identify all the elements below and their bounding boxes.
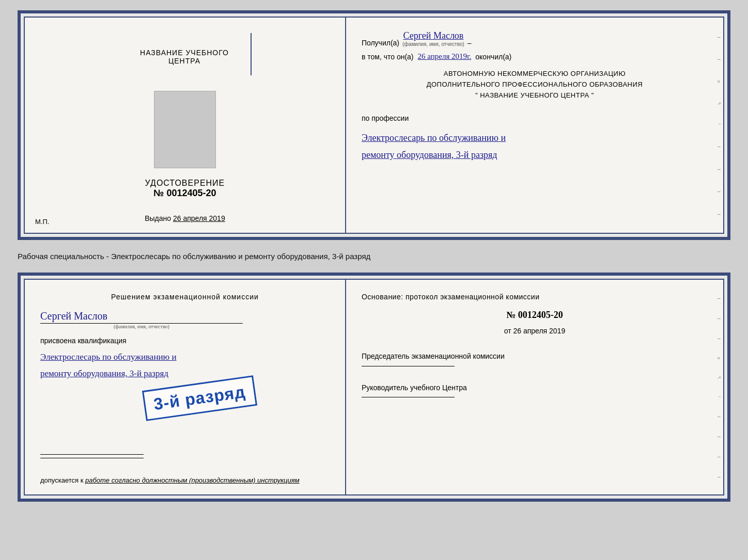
cert2-prisvoena-label: присвоена квалификация xyxy=(40,337,330,345)
cert1-org-title: НАЗВАНИЕ УЧЕБНОГО ЦЕНТРА xyxy=(118,33,252,75)
cert1-org-line3: " НАЗВАНИЕ УЧЕБНОГО ЦЕНТРА " xyxy=(362,90,708,101)
cert2-ot-label: от xyxy=(504,327,511,335)
cert2-decision-title: Решением экзаменационной комиссии xyxy=(40,293,330,301)
cert2-dopuskaetsya-label: допускается к xyxy=(40,476,83,484)
cert2-name-handwritten: Сергей Маслов xyxy=(40,310,330,322)
cert1-profession-line2: ремонту оборудования, 3-й разряд xyxy=(362,150,497,160)
cert2-dopuskaetsya-value: работе согласно должностным (производств… xyxy=(85,476,300,484)
cert2-osnovanie: Основание: протокол экзаменационной коми… xyxy=(362,293,708,301)
cert2-rukovoditel-label: Руководитель учебного Центра xyxy=(362,383,708,393)
cert1-vtom-label: в том, что он(а) xyxy=(362,53,414,61)
cert2-predsedatel-sig-line xyxy=(362,366,455,366)
cert1-okonchil-label: окончил(а) xyxy=(475,53,511,61)
cert2-sig-line1 xyxy=(40,454,144,455)
cert2-predsedatel-label: Председатель экзаменационной комиссии xyxy=(362,351,708,362)
cert1-no-prefix: № xyxy=(153,188,164,198)
cert2-no-prefix: № xyxy=(506,310,516,320)
cert1-vtom-line: в том, что он(а) 26 апреля 2019г. окончи… xyxy=(362,52,708,61)
cert2-kvalif-line2: ремонту оборудования, 3-й разряд xyxy=(40,369,168,378)
cert2-predsedatel: Председатель экзаменационной комиссии xyxy=(362,351,708,366)
cert2-sig-line2 xyxy=(40,458,144,458)
cert2-ot-line: от 26 апреля 2019 xyxy=(362,327,708,335)
cert1-org-line1: АВТОНОМНУЮ НЕКОММЕРЧЕСКУЮ ОРГАНИЗАЦИЮ xyxy=(362,69,708,79)
cert2-dash-marks: – – – и ,а ← – – – – xyxy=(718,280,722,494)
cert1-mp: М.П. xyxy=(35,218,49,226)
cert1-profession: Электрослесарь по обслуживанию и ремонту… xyxy=(362,130,708,163)
cert1-profession-line1: Электрослесарь по обслуживанию и xyxy=(362,133,506,143)
cert1-right-panel: Получил(а) Сергей Маслов (фамилия, имя, … xyxy=(346,18,723,233)
cert2-fio-note: (фамилия, имя, отчество) xyxy=(40,324,243,329)
certificate-doc1: НАЗВАНИЕ УЧЕБНОГО ЦЕНТРА УДОСТОВЕРЕНИЕ №… xyxy=(18,10,730,240)
cert1-issued-line: Выдано 26 апреля 2019 xyxy=(145,214,225,222)
cert2-kvalif: Электрослесарь по обслуживанию и ремонту… xyxy=(40,349,330,382)
cert1-photo xyxy=(154,91,216,168)
cert1-received-line: Получил(а) Сергей Маслов (фамилия, имя, … xyxy=(362,30,708,47)
cert1-recipient-name: Сергей Маслов xyxy=(403,30,463,41)
cert1-vtom-date: 26 апреля 2019г. xyxy=(418,52,472,61)
cert2-stamp-text: 3-й разряд xyxy=(152,382,246,414)
cert2-left-panel: Решением экзаменационной комиссии Сергей… xyxy=(25,280,346,494)
cert1-dash: – xyxy=(467,39,472,47)
cert1-org-line2: ДОПОЛНИТЕЛЬНОГО ПРОФЕССИОНАЛЬНОГО ОБРАЗО… xyxy=(362,79,708,90)
cert1-left-panel: НАЗВАНИЕ УЧЕБНОГО ЦЕНТРА УДОСТОВЕРЕНИЕ №… xyxy=(25,18,346,233)
cert1-vydano-date: 26 апреля 2019 xyxy=(173,214,225,222)
cert1-org-block: АВТОНОМНУЮ НЕКОММЕРЧЕСКУЮ ОРГАНИЗАЦИЮ ДО… xyxy=(362,69,708,101)
certificate-doc2: Решением экзаменационной комиссии Сергей… xyxy=(18,273,730,502)
cert2-number: № 0012405-20 xyxy=(362,310,708,321)
cert1-no-value: 0012405-20 xyxy=(166,188,216,198)
cert2-rukovoditel: Руководитель учебного Центра xyxy=(362,383,708,398)
cert1-dash-marks: – – и ,а ← – – – – xyxy=(718,18,722,233)
cert1-udostoverenie-label: УДОСТОВЕРЕНИЕ xyxy=(145,179,225,188)
cert1-poluchil-label: Получил(а) xyxy=(362,39,399,47)
cert2-ot-date: 26 апреля 2019 xyxy=(513,327,565,335)
cert2-dopuskaetsya: допускается к работе согласно должностны… xyxy=(40,476,300,484)
cert2-right-panel: Основание: протокол экзаменационной коми… xyxy=(346,280,723,494)
cert1-fio-note: (фамилия, имя, отчество) xyxy=(402,41,464,47)
cert2-rukovoditel-sig-line xyxy=(362,397,455,397)
cert2-no-value: 0012405-20 xyxy=(518,310,563,320)
cert2-sig-lines-area xyxy=(40,454,324,458)
cert1-po-professii-label: по профессии xyxy=(362,114,708,122)
specialty-label: Рабочая специальность - Электрослесарь п… xyxy=(18,249,730,263)
cert2-kvalif-line1: Электрослесарь по обслуживанию и xyxy=(40,352,177,362)
cert1-number: № 0012405-20 xyxy=(153,188,216,199)
cert1-vydano-label: Выдано xyxy=(145,214,171,222)
